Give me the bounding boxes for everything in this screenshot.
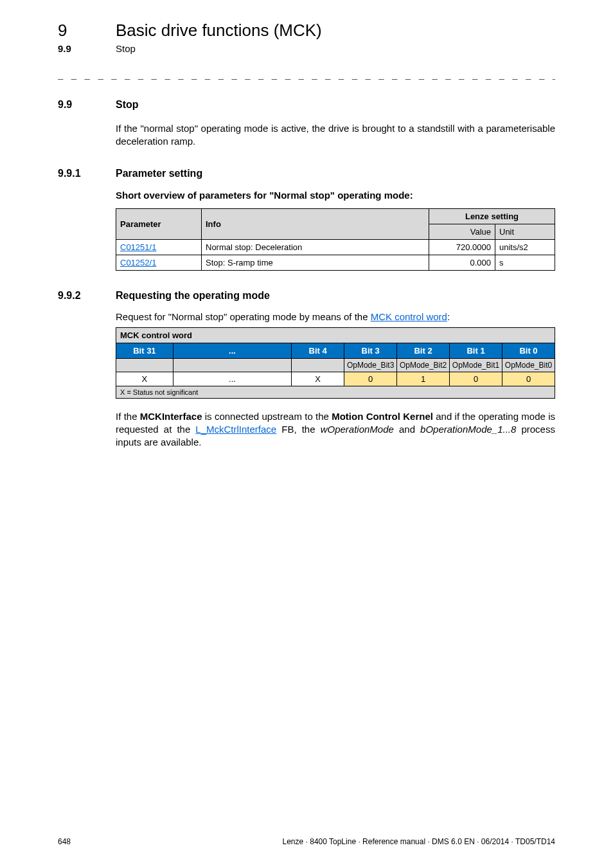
mckctrlinterface-link[interactable]: L_MckCtrlInterface	[195, 424, 276, 435]
footer-meta: Lenze · 8400 TopLine · Reference manual …	[283, 837, 555, 846]
param-value: 0.000	[429, 255, 495, 270]
section-9-9-body: If the "normal stop" operating mode is a…	[116, 122, 555, 149]
bit-sublabel	[292, 358, 344, 372]
chapter-subheader: 9.9 Stop	[58, 43, 555, 54]
bit-header: Bit 31	[116, 343, 173, 358]
text: If the	[116, 411, 140, 422]
bit-value: X	[116, 372, 173, 386]
bit-sublabel	[116, 358, 173, 372]
mck-control-word-table: MCK control word Bit 31 ... Bit 4 Bit 3 …	[116, 327, 555, 399]
col-value: Value	[429, 224, 495, 239]
text: FB, the	[276, 424, 320, 435]
bit-value: 0	[450, 372, 502, 386]
bit-header: Bit 3	[344, 343, 397, 358]
text-bold: Motion Control Kernel	[332, 411, 433, 422]
section-9-9-2-heading: 9.9.2 Requesting the operating mode	[58, 290, 555, 302]
param-unit: units/s2	[495, 239, 555, 255]
bit-value: X	[292, 372, 344, 386]
col-parameter: Parameter	[116, 208, 202, 239]
bit-header: Bit 1	[450, 343, 502, 358]
chapter-number: 9	[58, 21, 116, 41]
param-overview-subhead: Short overview of parameters for "Normal…	[116, 190, 555, 201]
text: and	[394, 424, 420, 435]
section-title: Parameter setting	[116, 168, 555, 179]
bit-value: ...	[173, 372, 291, 386]
page-footer: 648 Lenze · 8400 TopLine · Reference man…	[58, 837, 555, 846]
col-unit: Unit	[495, 224, 555, 239]
section-9-9-2-body2: If the MCKInterface is connected upstrea…	[116, 410, 555, 449]
section-9-9-1-heading: 9.9.1 Parameter setting	[58, 168, 555, 179]
table-row: C01252/1 Stop: S-ramp time 0.000 s	[116, 255, 555, 270]
bit-value: 1	[397, 372, 450, 386]
bit-header: Bit 4	[292, 343, 344, 358]
bit-sublabel: OpMode_Bit0	[502, 358, 555, 372]
section-title: Stop	[116, 99, 555, 111]
text-italic: bOperationMode_1...8	[420, 424, 516, 435]
divider-dashes: _ _ _ _ _ _ _ _ _ _ _ _ _ _ _ _ _ _ _ _ …	[58, 71, 555, 81]
chapter-subnumber: 9.9	[58, 43, 116, 54]
section-9-9-2-intro: Request for "Normal stop" operating mode…	[116, 311, 555, 323]
mck-table-title: MCK control word	[116, 327, 555, 343]
chapter-title: Basic drive functions (MCK)	[116, 21, 555, 41]
parameter-table: Parameter Info Lenze setting Value Unit …	[116, 208, 555, 271]
section-9-9-heading: 9.9 Stop	[58, 99, 555, 111]
param-link[interactable]: C01251/1	[120, 242, 156, 252]
bit-sublabel: OpMode_Bit3	[344, 358, 397, 372]
text: is connected upstream to the	[202, 411, 332, 422]
param-value: 720.0000	[429, 239, 495, 255]
col-info: Info	[202, 208, 429, 239]
col-lenze-setting: Lenze setting	[429, 208, 555, 224]
section-number: 9.9.2	[58, 290, 116, 302]
bit-sublabel: OpMode_Bit1	[450, 358, 502, 372]
bit-header: Bit 2	[397, 343, 450, 358]
mck-control-word-link[interactable]: MCK control word	[371, 311, 447, 322]
mck-footnote: X = Status not significant	[116, 386, 555, 398]
page-number: 648	[58, 837, 71, 846]
chapter-subtitle: Stop	[116, 43, 555, 54]
param-info: Normal stop: Deceleration	[202, 239, 429, 255]
bit-header: Bit 0	[502, 343, 555, 358]
param-link[interactable]: C01252/1	[120, 258, 156, 267]
text-italic: wOperationMode	[321, 424, 394, 435]
bit-sublabel	[173, 358, 291, 372]
table-row: C01251/1 Normal stop: Deceleration 720.0…	[116, 239, 555, 255]
param-unit: s	[495, 255, 555, 270]
text: Request for "Normal stop" operating mode…	[116, 311, 371, 322]
param-info: Stop: S-ramp time	[202, 255, 429, 270]
text-bold: MCKInterface	[140, 411, 202, 422]
section-number: 9.9	[58, 99, 116, 111]
bit-value: 0	[502, 372, 555, 386]
bit-sublabel: OpMode_Bit2	[397, 358, 450, 372]
text: :	[447, 311, 450, 322]
section-title: Requesting the operating mode	[116, 290, 555, 302]
bit-header: ...	[173, 343, 291, 358]
chapter-header: 9 Basic drive functions (MCK)	[58, 21, 555, 41]
bit-value: 0	[344, 372, 397, 386]
section-number: 9.9.1	[58, 168, 116, 179]
